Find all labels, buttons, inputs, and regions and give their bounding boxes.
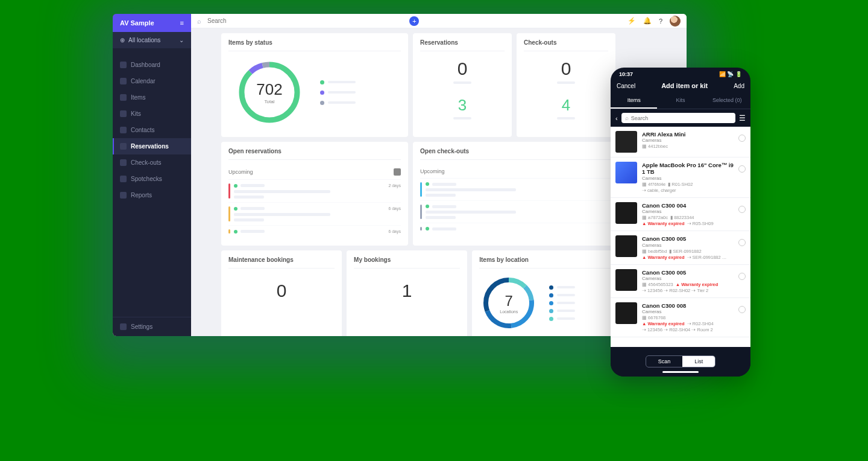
item-category: Cameras <box>642 309 734 314</box>
sidebar-item-kits[interactable]: Kits <box>113 106 191 122</box>
item-thumbnail <box>615 131 637 153</box>
mobile-item-list[interactable]: ARRI Alexa MiniCameras▦ 4412bbecApple Ma… <box>611 127 750 347</box>
search-icon: ⌕ <box>625 115 629 121</box>
gear-icon[interactable] <box>394 168 401 176</box>
card-my-bookings: My bookings 1 <box>347 250 467 336</box>
card-maintenance: Maintenance bookings 0 <box>221 250 342 336</box>
back-icon[interactable]: ‹ <box>615 115 618 122</box>
card-title: Reservations <box>420 39 505 51</box>
list-item[interactable]: Canon C300 008Cameras▦ 6676768▲ Warranty… <box>611 298 750 337</box>
card-title: Items by status <box>228 39 401 51</box>
list-item[interactable]: Canon C300 004Cameras▦ a7872a0c▮ 8822334… <box>611 198 750 231</box>
search-icon: ⌕ <box>197 17 201 25</box>
reservations-top: 0 <box>458 59 468 79</box>
bell-icon[interactable]: 🔔 <box>643 17 652 25</box>
help-icon[interactable]: ? <box>659 17 662 25</box>
list-item[interactable]: ARRI Alexa MiniCameras▦ 4412bbec <box>611 127 750 157</box>
home-indicator <box>662 371 699 373</box>
select-radio[interactable] <box>738 306 746 313</box>
sidebar-item-settings[interactable]: Settings <box>113 317 191 336</box>
sidebar: AV Sample ≡ ⊕ All locations ⌄ Dashboard … <box>113 14 191 336</box>
nav: Dashboard Calendar Items Kits Contacts R… <box>113 48 191 317</box>
statusbar-icons: 📶 📡 🔋 <box>719 71 742 77</box>
legend-dot-purple <box>320 91 324 95</box>
sidebar-item-dashboard[interactable]: Dashboard <box>113 57 191 73</box>
select-radio[interactable] <box>738 239 746 246</box>
sidebar-item-spotchecks[interactable]: Spotchecks <box>113 171 191 187</box>
sidebar-item-reservations[interactable]: Reservations <box>113 138 191 154</box>
entry-days: 2 days <box>388 183 401 188</box>
item-meta: ⇢ 123456 ⇢ R02-SH04 ⇢ Room 2 <box>642 327 734 332</box>
kits-icon <box>120 110 127 117</box>
select-radio[interactable] <box>738 273 746 280</box>
bolt-icon[interactable]: ⚡ <box>627 17 636 25</box>
list-item[interactable]: Canon C300 005Cameras▦ 4564565323▲ Warra… <box>611 265 750 298</box>
sidebar-item-reports[interactable]: Reports <box>113 187 191 203</box>
item-meta: ▲ Warranty expired⇢ R05-SH09 <box>642 221 734 226</box>
item-category: Cameras <box>642 209 734 214</box>
item-thumbnail <box>615 162 637 183</box>
sidebar-item-contacts[interactable]: Contacts <box>113 122 191 138</box>
legend-dot-grey <box>320 101 324 105</box>
select-radio[interactable] <box>738 135 746 142</box>
item-meta: ▦ 4f76fd4e▮ R01-SH02 <box>642 182 734 187</box>
statusbar-time: 10:37 <box>619 71 633 77</box>
cancel-button[interactable]: Cancel <box>617 83 635 89</box>
location-legend <box>549 285 575 321</box>
upcoming-label: Upcoming <box>420 168 445 174</box>
toggle-scan[interactable]: Scan <box>646 356 683 367</box>
tab-kits[interactable]: Kits <box>657 93 703 109</box>
card-title: Open reservations <box>228 148 401 160</box>
add-button[interactable]: Add <box>734 83 744 89</box>
tab-items[interactable]: Items <box>611 93 657 109</box>
desktop-window: AV Sample ≡ ⊕ All locations ⌄ Dashboard … <box>113 14 687 336</box>
search-input[interactable] <box>207 17 403 24</box>
toggle-list[interactable]: List <box>682 356 715 367</box>
calendar-icon <box>120 78 127 84</box>
sidebar-item-checkouts[interactable]: Check-outs <box>113 154 191 171</box>
nav-label: Reservations <box>131 143 169 150</box>
contacts-icon <box>120 127 127 133</box>
mobile-tabs: Items Kits Selected (0) <box>611 93 750 109</box>
select-radio[interactable] <box>738 165 746 173</box>
mobile-search[interactable]: ⌕ <box>621 113 735 123</box>
item-meta: ▦ a7872a0c▮ 88223344 <box>642 215 734 220</box>
item-name: Apple MacBook Pro 16" Core™ i9 1 TB <box>642 162 734 176</box>
locations-count: 7 <box>505 293 513 310</box>
mobile-header: Cancel Add item or kit Add <box>611 78 750 93</box>
nav-label: Dashboard <box>131 62 160 68</box>
upcoming-label: Upcoming <box>228 169 253 175</box>
nav-label: Items <box>131 94 145 101</box>
scan-list-toggle: Scan List <box>646 355 716 367</box>
location-selector[interactable]: ⊕ All locations ⌄ <box>113 32 191 48</box>
item-name: Canon C300 005 <box>642 269 734 276</box>
list-item[interactable]: Canon C300 005Cameras▦ bedbf5bd▮ SER-099… <box>611 231 750 264</box>
menu-icon[interactable]: ≡ <box>180 19 184 27</box>
item-name: Canon C300 008 <box>642 302 734 309</box>
chevron-down-icon: ⌄ <box>179 37 184 43</box>
items-icon <box>120 94 127 101</box>
sidebar-item-calendar[interactable]: Calendar <box>113 73 191 89</box>
legend-dot-green <box>320 80 324 84</box>
item-category: Cameras <box>642 243 734 248</box>
item-meta: ▲ Warranty expired⇢ SER-0991882 … <box>642 255 734 260</box>
add-button[interactable]: + <box>409 16 419 26</box>
bookings-value: 1 <box>354 273 460 301</box>
tab-selected[interactable]: Selected (0) <box>704 93 750 109</box>
maintenance-value: 0 <box>228 273 335 301</box>
status-total-label: Total <box>265 99 275 104</box>
mobile-footer: Scan List <box>611 351 750 377</box>
mobile-statusbar: 10:37 📶 📡 🔋 <box>611 68 750 78</box>
item-meta: ▦ bedbf5bd▮ SER-0991882 <box>642 249 734 254</box>
item-name: ARRI Alexa Mini <box>642 131 734 138</box>
avatar[interactable] <box>670 16 681 27</box>
list-item[interactable]: Apple MacBook Pro 16" Core™ i9 1 TBCamer… <box>611 157 750 198</box>
filter-icon[interactable]: ☰ <box>739 114 746 122</box>
sidebar-item-items[interactable]: Items <box>113 89 191 106</box>
item-thumbnail <box>615 202 637 224</box>
item-meta: ▦ 4412bbec <box>642 144 734 149</box>
mobile-search-input[interactable] <box>631 115 732 121</box>
select-radio[interactable] <box>738 206 746 213</box>
status-legend <box>320 80 356 105</box>
item-meta: ▦ 4564565323▲ Warranty expired <box>642 282 734 287</box>
